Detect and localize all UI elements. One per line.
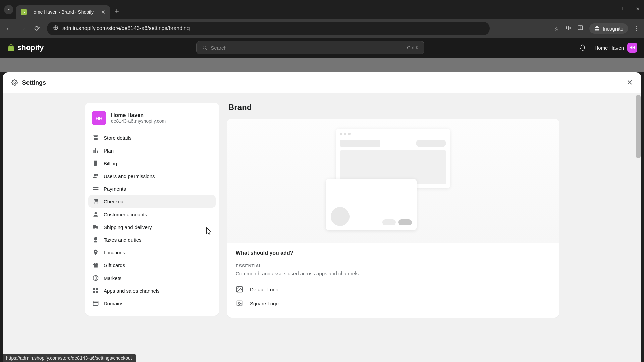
scrollbar-thumb[interactable] xyxy=(636,95,641,158)
shopify-bag-icon xyxy=(7,43,15,52)
sidebar-item-label: Billing xyxy=(104,161,117,166)
store-menu-button[interactable]: Home Haven HH xyxy=(594,43,637,53)
sidebar-item-apps[interactable]: Apps and sales channels xyxy=(88,284,216,297)
shopify-logo-text: shopify xyxy=(17,43,44,52)
side-panel-icon[interactable] xyxy=(577,25,583,32)
asset-default-logo[interactable]: Default Logo xyxy=(236,282,550,296)
brand-card: What should you add? ESSENTIAL Common br… xyxy=(227,119,559,318)
settings-body: HH Home Haven de8143-a6.myshopify.com St… xyxy=(3,93,641,362)
close-settings-button[interactable]: ✕ xyxy=(627,78,633,87)
asset-label: Default Logo xyxy=(250,287,278,292)
sidebar-item-payments[interactable]: Payments xyxy=(88,182,216,195)
window-controls: — ❐ ✕ xyxy=(608,6,640,11)
incognito-badge[interactable]: Incognito xyxy=(589,23,628,34)
gift-icon xyxy=(92,262,99,268)
back-button[interactable]: ← xyxy=(5,25,13,33)
minimize-button[interactable]: — xyxy=(608,6,613,11)
reload-button[interactable]: ⟳ xyxy=(33,24,41,33)
sidebar-item-checkout[interactable]: Checkout xyxy=(88,195,216,208)
scrollbar-track[interactable] xyxy=(635,93,641,362)
browser-tab[interactable]: S Home Haven · Brand · Shopify ✕ xyxy=(16,5,110,19)
svg-rect-17 xyxy=(93,288,95,290)
brand-question: What should you add? xyxy=(236,250,550,256)
sidebar-item-label: Customer accounts xyxy=(104,212,147,217)
sidebar-item-label: Taxes and duties xyxy=(104,237,142,243)
tab-title: Home Haven · Brand · Shopify xyxy=(30,9,98,15)
browser-menu-icon[interactable]: ⋮ xyxy=(634,25,639,32)
shopify-logo[interactable]: shopify xyxy=(7,43,44,52)
notifications-button[interactable] xyxy=(577,42,588,53)
sidebar-item-users[interactable]: Users and permissions xyxy=(88,170,216,182)
svg-point-26 xyxy=(238,302,239,303)
extensions-icon[interactable] xyxy=(565,25,571,32)
store-avatar: HH xyxy=(92,111,106,125)
store-info: HH Home Haven de8143-a6.myshopify.com xyxy=(88,109,216,131)
gear-icon xyxy=(11,79,18,86)
essential-label: ESSENTIAL xyxy=(236,263,550,268)
sidebar-item-store-details[interactable]: Store details xyxy=(88,131,216,144)
truck-icon xyxy=(92,224,99,230)
globe-icon xyxy=(92,275,99,281)
sidebar-item-label: Store details xyxy=(104,135,131,141)
modal-backdrop xyxy=(0,58,644,72)
sidebar-item-label: Plan xyxy=(104,148,114,154)
sidebar-item-markets[interactable]: Markets xyxy=(88,272,216,284)
sidebar-item-label: Gift cards xyxy=(104,262,125,268)
bookmark-icon[interactable]: ☆ xyxy=(554,25,559,32)
sidebar-item-label: Domains xyxy=(104,301,123,306)
shopify-header: shopify Search Ctrl K Home Haven HH xyxy=(0,38,644,58)
sidebar-item-plan[interactable]: Plan xyxy=(88,144,216,157)
sidebar-item-label: Checkout xyxy=(104,199,125,204)
location-icon xyxy=(92,249,99,256)
svg-rect-15 xyxy=(94,265,98,268)
asset-square-logo[interactable]: Square Logo xyxy=(236,296,550,310)
users-icon xyxy=(92,173,99,179)
address-bar[interactable]: admin.shopify.com/store/de8143-a6/settin… xyxy=(47,22,490,35)
brand-illustration xyxy=(227,119,559,243)
brand-card-body: What should you add? ESSENTIAL Common br… xyxy=(227,243,559,318)
close-window-button[interactable]: ✕ xyxy=(636,6,640,11)
asset-label: Square Logo xyxy=(250,301,279,306)
apps-icon xyxy=(92,287,99,294)
sidebar-item-label: Shipping and delivery xyxy=(104,224,152,230)
svg-point-13 xyxy=(95,212,97,214)
svg-point-11 xyxy=(94,174,96,176)
store-domain: de8143-a6.myshopify.com xyxy=(111,118,166,124)
new-tab-button[interactable]: + xyxy=(115,7,119,16)
essential-description: Common brand assets used across apps and… xyxy=(236,270,550,276)
sidebar-item-taxes[interactable]: Taxes and duties xyxy=(88,233,216,246)
svg-point-12 xyxy=(96,174,98,176)
sidebar-item-customer-accounts[interactable]: Customer accounts xyxy=(88,208,216,221)
svg-rect-20 xyxy=(96,291,98,293)
sidebar-item-domains[interactable]: Domains xyxy=(88,297,216,310)
receipt-icon xyxy=(92,160,99,167)
settings-main: Brand What should you add? ESSENTIAL xyxy=(227,103,559,362)
forward-button[interactable]: → xyxy=(19,25,27,33)
svg-rect-14 xyxy=(93,264,98,265)
sidebar-item-label: Markets xyxy=(104,275,121,281)
tab-close-icon[interactable]: ✕ xyxy=(101,9,105,15)
sidebar-item-billing[interactable]: Billing xyxy=(88,157,216,170)
sidebar-item-locations[interactable]: Locations xyxy=(88,246,216,259)
svg-rect-4 xyxy=(568,26,569,30)
shopify-favicon-icon: S xyxy=(21,9,27,15)
sidebar-item-shipping[interactable]: Shipping and delivery xyxy=(88,221,216,233)
browser-toolbar: ← → ⟳ admin.shopify.com/store/de8143-a6/… xyxy=(0,19,644,38)
svg-rect-6 xyxy=(578,26,583,30)
tab-search-button[interactable] xyxy=(4,5,13,14)
settings-sidebar: HH Home Haven de8143-a6.myshopify.com St… xyxy=(85,103,219,316)
settings-modal: Settings ✕ HH Home Haven de8143-a6.mysho… xyxy=(3,72,641,362)
sidebar-item-label: Payments xyxy=(104,186,126,192)
cart-icon xyxy=(92,198,99,205)
incognito-label: Incognito xyxy=(603,26,623,32)
svg-line-9 xyxy=(206,49,207,50)
global-search[interactable]: Search Ctrl K xyxy=(196,41,424,54)
svg-point-8 xyxy=(203,46,206,49)
sidebar-item-label: Locations xyxy=(104,250,125,255)
site-info-icon[interactable] xyxy=(53,25,58,32)
sidebar-item-gift-cards[interactable]: Gift cards xyxy=(88,259,216,272)
maximize-button[interactable]: ❐ xyxy=(622,6,627,11)
svg-point-24 xyxy=(238,288,239,289)
svg-rect-18 xyxy=(96,288,98,290)
settings-title: Settings xyxy=(22,79,46,86)
